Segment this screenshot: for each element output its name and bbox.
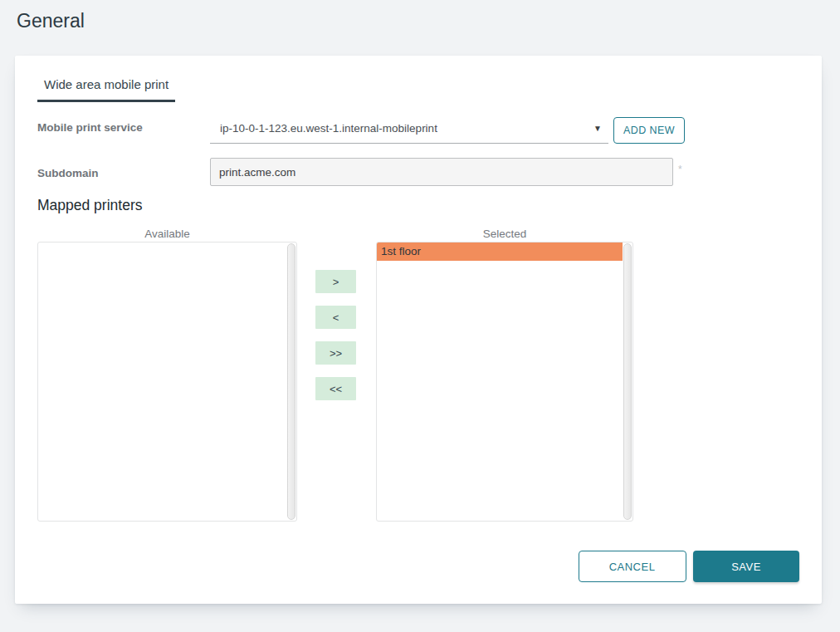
move-left-button[interactable]: <	[315, 306, 356, 329]
mobile-print-service-select[interactable]: ip-10-0-1-123.eu.west-1.internal-mobilep…	[210, 114, 608, 144]
chevron-down-icon: ▼	[593, 124, 602, 133]
available-printers-list[interactable]	[37, 242, 297, 522]
save-button[interactable]: SAVE	[693, 551, 799, 582]
mobile-print-service-label: Mobile print service	[37, 121, 143, 134]
mobile-print-service-value: ip-10-0-1-123.eu.west-1.internal-mobilep…	[220, 122, 437, 135]
transfer-buttons: > < >> <<	[315, 270, 356, 413]
scrollbar-thumb[interactable]	[623, 243, 632, 520]
settings-card: Wide area mobile print Mobile print serv…	[15, 56, 822, 604]
required-marker: *	[678, 164, 682, 175]
tab-wide-area-mobile-print[interactable]: Wide area mobile print	[37, 77, 175, 102]
subdomain-input[interactable]	[210, 158, 673, 186]
add-new-button[interactable]: ADD NEW	[613, 117, 685, 144]
selected-printers-list[interactable]: 1st floor	[376, 242, 633, 522]
mapped-printers-heading: Mapped printers	[37, 197, 142, 214]
page-title: General	[17, 10, 85, 32]
move-all-right-button[interactable]: >>	[315, 341, 356, 365]
subdomain-label: Subdomain	[37, 167, 99, 179]
selected-list-label: Selected	[376, 228, 633, 240]
cancel-button[interactable]: CANCEL	[579, 551, 686, 582]
form-actions: CANCEL SAVE	[579, 551, 799, 582]
move-all-left-button[interactable]: <<	[315, 377, 356, 400]
scrollbar-thumb[interactable]	[287, 243, 295, 520]
move-right-button[interactable]: >	[315, 270, 356, 293]
list-item[interactable]: 1st floor	[377, 243, 623, 261]
available-list-label: Available	[37, 228, 297, 240]
